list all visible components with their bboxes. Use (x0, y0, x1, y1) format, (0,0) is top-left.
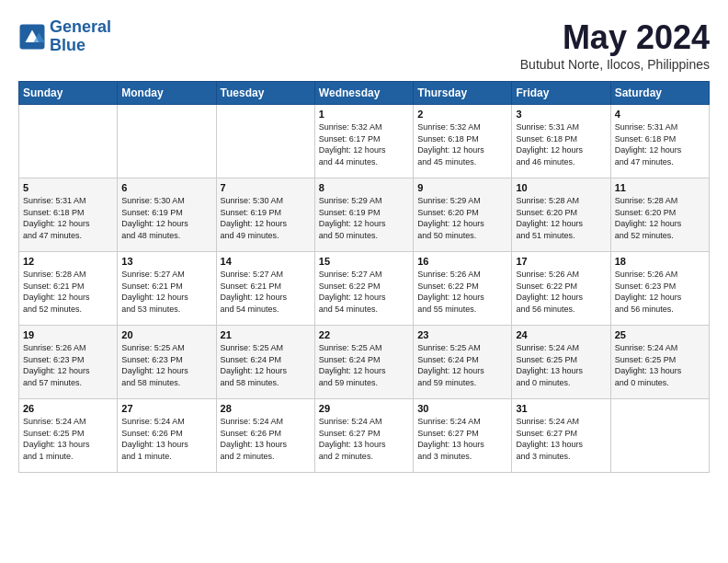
day-number: 24 (516, 329, 606, 340)
day-number: 20 (121, 329, 211, 340)
day-info: Sunrise: 5:26 AM Sunset: 6:22 PM Dayligh… (417, 269, 507, 315)
day-info: Sunrise: 5:24 AM Sunset: 6:25 PM Dayligh… (23, 416, 113, 462)
calendar-cell: 19Sunrise: 5:26 AM Sunset: 6:23 PM Dayli… (19, 326, 118, 399)
weekday-header-friday: Friday (512, 82, 610, 105)
calendar-cell: 11Sunrise: 5:28 AM Sunset: 6:20 PM Dayli… (610, 178, 709, 252)
weekday-header-monday: Monday (118, 82, 216, 105)
day-info: Sunrise: 5:27 AM Sunset: 6:22 PM Dayligh… (319, 269, 409, 315)
weekday-header-sunday: Sunday (19, 82, 118, 105)
day-number: 11 (615, 182, 705, 193)
day-info: Sunrise: 5:28 AM Sunset: 6:21 PM Dayligh… (23, 269, 113, 315)
calendar-week-row: 5Sunrise: 5:31 AM Sunset: 6:18 PM Daylig… (19, 178, 710, 252)
day-number: 27 (121, 403, 211, 414)
day-number: 18 (615, 256, 705, 267)
calendar-cell: 22Sunrise: 5:25 AM Sunset: 6:24 PM Dayli… (314, 326, 413, 399)
day-info: Sunrise: 5:27 AM Sunset: 6:21 PM Dayligh… (221, 269, 311, 315)
day-info: Sunrise: 5:32 AM Sunset: 6:17 PM Dayligh… (319, 121, 409, 167)
day-info: Sunrise: 5:24 AM Sunset: 6:26 PM Dayligh… (121, 416, 211, 462)
calendar-cell: 31Sunrise: 5:24 AM Sunset: 6:27 PM Dayli… (512, 399, 610, 473)
day-number: 7 (221, 182, 311, 193)
day-info: Sunrise: 5:26 AM Sunset: 6:22 PM Dayligh… (516, 269, 606, 315)
weekday-header-thursday: Thursday (414, 82, 512, 105)
day-info: Sunrise: 5:31 AM Sunset: 6:18 PM Dayligh… (516, 121, 606, 167)
day-number: 28 (221, 403, 311, 414)
calendar-cell: 9Sunrise: 5:29 AM Sunset: 6:20 PM Daylig… (414, 178, 512, 252)
calendar-cell: 16Sunrise: 5:26 AM Sunset: 6:22 PM Dayli… (414, 252, 512, 326)
day-number: 15 (319, 256, 409, 267)
day-number: 12 (23, 256, 113, 267)
logo-icon (18, 23, 46, 51)
day-number: 8 (319, 182, 409, 193)
day-info: Sunrise: 5:24 AM Sunset: 6:27 PM Dayligh… (319, 416, 409, 462)
day-number: 29 (319, 403, 409, 414)
day-number: 1 (319, 109, 409, 120)
calendar-cell: 20Sunrise: 5:25 AM Sunset: 6:23 PM Dayli… (118, 326, 216, 399)
day-info: Sunrise: 5:28 AM Sunset: 6:20 PM Dayligh… (615, 195, 705, 241)
day-number: 25 (615, 329, 705, 340)
calendar-cell: 13Sunrise: 5:27 AM Sunset: 6:21 PM Dayli… (118, 252, 216, 326)
day-number: 13 (121, 256, 211, 267)
calendar-week-row: 19Sunrise: 5:26 AM Sunset: 6:23 PM Dayli… (19, 326, 710, 399)
day-number: 5 (23, 182, 113, 193)
day-number: 3 (516, 109, 606, 120)
day-number: 22 (319, 329, 409, 340)
day-number: 14 (221, 256, 311, 267)
calendar-cell: 1Sunrise: 5:32 AM Sunset: 6:17 PM Daylig… (314, 105, 413, 178)
day-info: Sunrise: 5:25 AM Sunset: 6:24 PM Dayligh… (417, 342, 507, 388)
month-year: May 2024 (520, 18, 710, 57)
day-number: 17 (516, 256, 606, 267)
day-info: Sunrise: 5:24 AM Sunset: 6:25 PM Dayligh… (516, 342, 606, 388)
day-number: 21 (221, 329, 311, 340)
day-info: Sunrise: 5:27 AM Sunset: 6:21 PM Dayligh… (121, 269, 211, 315)
weekday-header-row: SundayMondayTuesdayWednesdayThursdayFrid… (19, 82, 710, 105)
day-info: Sunrise: 5:30 AM Sunset: 6:19 PM Dayligh… (121, 195, 211, 241)
day-info: Sunrise: 5:24 AM Sunset: 6:27 PM Dayligh… (516, 416, 606, 462)
location: Butubut Norte, Ilocos, Philippines (520, 57, 710, 72)
day-info: Sunrise: 5:31 AM Sunset: 6:18 PM Dayligh… (23, 195, 113, 241)
calendar-cell: 12Sunrise: 5:28 AM Sunset: 6:21 PM Dayli… (19, 252, 118, 326)
calendar-cell (216, 105, 314, 178)
day-number: 4 (615, 109, 705, 120)
calendar-cell: 27Sunrise: 5:24 AM Sunset: 6:26 PM Dayli… (118, 399, 216, 473)
calendar-cell: 23Sunrise: 5:25 AM Sunset: 6:24 PM Dayli… (414, 326, 512, 399)
calendar-cell (19, 105, 118, 178)
day-info: Sunrise: 5:24 AM Sunset: 6:26 PM Dayligh… (221, 416, 311, 462)
day-info: Sunrise: 5:24 AM Sunset: 6:27 PM Dayligh… (417, 416, 507, 462)
day-info: Sunrise: 5:28 AM Sunset: 6:20 PM Dayligh… (516, 195, 606, 241)
day-info: Sunrise: 5:26 AM Sunset: 6:23 PM Dayligh… (615, 269, 705, 315)
day-info: Sunrise: 5:25 AM Sunset: 6:23 PM Dayligh… (121, 342, 211, 388)
calendar-cell: 2Sunrise: 5:32 AM Sunset: 6:18 PM Daylig… (414, 105, 512, 178)
day-number: 30 (417, 403, 507, 414)
day-number: 10 (516, 182, 606, 193)
day-info: Sunrise: 5:25 AM Sunset: 6:24 PM Dayligh… (221, 342, 311, 388)
calendar-cell: 6Sunrise: 5:30 AM Sunset: 6:19 PM Daylig… (118, 178, 216, 252)
calendar-table: SundayMondayTuesdayWednesdayThursdayFrid… (18, 81, 710, 473)
day-number: 19 (23, 329, 113, 340)
calendar-cell: 7Sunrise: 5:30 AM Sunset: 6:19 PM Daylig… (216, 178, 314, 252)
day-info: Sunrise: 5:24 AM Sunset: 6:25 PM Dayligh… (615, 342, 705, 388)
calendar-cell: 3Sunrise: 5:31 AM Sunset: 6:18 PM Daylig… (512, 105, 610, 178)
calendar-cell: 21Sunrise: 5:25 AM Sunset: 6:24 PM Dayli… (216, 326, 314, 399)
calendar-cell: 14Sunrise: 5:27 AM Sunset: 6:21 PM Dayli… (216, 252, 314, 326)
calendar-cell: 4Sunrise: 5:31 AM Sunset: 6:18 PM Daylig… (610, 105, 709, 178)
calendar-cell: 15Sunrise: 5:27 AM Sunset: 6:22 PM Dayli… (314, 252, 413, 326)
calendar-cell: 24Sunrise: 5:24 AM Sunset: 6:25 PM Dayli… (512, 326, 610, 399)
calendar-cell (118, 105, 216, 178)
day-info: Sunrise: 5:29 AM Sunset: 6:20 PM Dayligh… (417, 195, 507, 241)
calendar-cell: 30Sunrise: 5:24 AM Sunset: 6:27 PM Dayli… (414, 399, 512, 473)
calendar-cell: 26Sunrise: 5:24 AM Sunset: 6:25 PM Dayli… (19, 399, 118, 473)
title-block: May 2024 Butubut Norte, Ilocos, Philippi… (520, 18, 710, 72)
day-info: Sunrise: 5:31 AM Sunset: 6:18 PM Dayligh… (615, 121, 705, 167)
day-info: Sunrise: 5:26 AM Sunset: 6:23 PM Dayligh… (23, 342, 113, 388)
calendar-week-row: 1Sunrise: 5:32 AM Sunset: 6:17 PM Daylig… (19, 105, 710, 178)
logo: General Blue (18, 18, 111, 55)
day-info: Sunrise: 5:25 AM Sunset: 6:24 PM Dayligh… (319, 342, 409, 388)
calendar-cell: 29Sunrise: 5:24 AM Sunset: 6:27 PM Dayli… (314, 399, 413, 473)
day-number: 26 (23, 403, 113, 414)
weekday-header-tuesday: Tuesday (216, 82, 314, 105)
day-number: 6 (121, 182, 211, 193)
calendar-cell: 8Sunrise: 5:29 AM Sunset: 6:19 PM Daylig… (314, 178, 413, 252)
calendar-cell: 5Sunrise: 5:31 AM Sunset: 6:18 PM Daylig… (19, 178, 118, 252)
day-info: Sunrise: 5:30 AM Sunset: 6:19 PM Dayligh… (221, 195, 311, 241)
weekday-header-wednesday: Wednesday (314, 82, 413, 105)
